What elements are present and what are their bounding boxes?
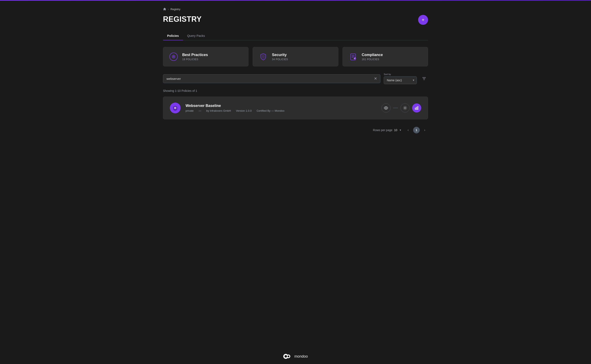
- svg-point-8: [175, 108, 176, 109]
- add-button[interactable]: +: [418, 15, 428, 25]
- breadcrumb-home-icon[interactable]: [163, 7, 166, 11]
- tab-policies[interactable]: Policies: [163, 32, 183, 40]
- search-input[interactable]: [163, 74, 380, 83]
- security-info: Security 34 POLICIES: [272, 53, 288, 61]
- rows-per-page-label: Rows per page: [373, 128, 392, 132]
- search-clear-button[interactable]: ✕: [374, 76, 377, 81]
- sort-container: Sort by Name (asc) Name (desc) Date (new…: [384, 73, 417, 84]
- svg-point-25: [288, 356, 289, 358]
- page-header: REGISTRY +: [163, 15, 428, 25]
- svg-line-17: [404, 109, 404, 109]
- preview-button[interactable]: [382, 104, 390, 112]
- policy-name: Webserver Baseline: [186, 104, 376, 108]
- policy-separator1: —: [199, 109, 201, 112]
- current-page: 1: [413, 127, 420, 133]
- best-practices-info: Best Practices 18 POLICIES: [182, 53, 208, 61]
- svg-line-13: [404, 107, 404, 107]
- pagination-row: Rows per page 10 25 50 ▼ ‹ 1 ›: [163, 122, 428, 135]
- category-card-compliance[interactable]: Compliance 161 POLICIES: [343, 47, 428, 66]
- rows-select-wrapper: 10 25 50 ▼: [394, 128, 402, 132]
- policy-author: by Infralovers GmbH: [206, 109, 231, 112]
- policy-actions: [382, 104, 421, 112]
- filter-icon-button[interactable]: [420, 75, 428, 83]
- mondoo-logo-icon: [283, 354, 292, 359]
- results-info: Showing 1-10 Policies of 1: [163, 89, 428, 92]
- policy-private: private: [186, 109, 194, 112]
- rows-per-page: Rows per page 10 25 50 ▼: [373, 128, 402, 132]
- security-icon: [259, 52, 268, 61]
- breadcrumb: › Registry: [163, 7, 428, 11]
- compliance-icon: [349, 52, 358, 61]
- svg-point-10: [404, 107, 406, 109]
- policy-icon: [170, 103, 181, 113]
- best-practices-icon: [169, 52, 178, 61]
- compliance-info: Compliance 161 POLICIES: [362, 53, 383, 61]
- svg-line-18: [406, 107, 406, 107]
- security-count: 34 POLICIES: [272, 58, 288, 61]
- compliance-name: Compliance: [362, 53, 383, 57]
- policy-certified: Certified By — Mondoo: [256, 109, 284, 112]
- sort-select[interactable]: Name (asc) Name (desc) Date (newest) Dat…: [384, 76, 417, 84]
- breadcrumb-separator: ›: [168, 8, 169, 11]
- prev-page-button[interactable]: ‹: [405, 127, 411, 133]
- search-container: ✕: [163, 74, 380, 83]
- category-card-security[interactable]: Security 34 POLICIES: [253, 47, 338, 66]
- policy-card-webserver-baseline[interactable]: Webserver Baseline private — by Infralov…: [163, 97, 428, 119]
- policy-info: Webserver Baseline private — by Infralov…: [186, 104, 376, 112]
- assign-button[interactable]: [401, 104, 410, 112]
- breadcrumb-current: Registry: [170, 8, 180, 11]
- tabs-container: Policies Query Packs: [163, 32, 428, 40]
- best-practices-name: Best Practices: [182, 53, 208, 57]
- footer: mondoo: [0, 349, 591, 364]
- tab-query-packs[interactable]: Query Packs: [183, 32, 209, 40]
- next-page-button[interactable]: ›: [421, 127, 428, 133]
- sort-label: Sort by: [384, 73, 417, 76]
- svg-rect-20: [416, 107, 417, 110]
- policy-list: Webserver Baseline private — by Infralov…: [163, 97, 428, 119]
- best-practices-count: 18 POLICIES: [182, 58, 208, 61]
- svg-point-3: [354, 57, 356, 59]
- svg-rect-21: [417, 106, 418, 110]
- svg-rect-19: [415, 108, 416, 110]
- search-filter-row: ✕ Sort by Name (asc) Name (desc) Date (n…: [163, 73, 428, 84]
- connector-line: [393, 108, 398, 108]
- mondoo-brand-text: mondoo: [294, 354, 308, 359]
- compliance-count: 161 POLICIES: [362, 58, 383, 61]
- category-cards: Best Practices 18 POLICIES Security 34 P…: [163, 47, 428, 66]
- policy-meta: private — by Infralovers GmbH Version 1.…: [186, 109, 376, 112]
- mondoo-logo: mondoo: [283, 354, 308, 359]
- policy-version: Version 1.0.0: [236, 109, 252, 112]
- page-nav: ‹ 1 ›: [405, 127, 428, 133]
- chart-button[interactable]: [412, 104, 421, 112]
- page-title: REGISTRY: [163, 15, 202, 24]
- security-name: Security: [272, 53, 288, 57]
- svg-point-9: [386, 108, 387, 109]
- svg-point-24: [284, 355, 287, 358]
- rows-per-page-select[interactable]: 10 25 50: [394, 128, 402, 132]
- category-card-best-practices[interactable]: Best Practices 18 POLICIES: [163, 47, 248, 66]
- svg-line-14: [406, 109, 406, 109]
- sort-select-wrapper: Name (asc) Name (desc) Date (newest) Dat…: [384, 76, 417, 84]
